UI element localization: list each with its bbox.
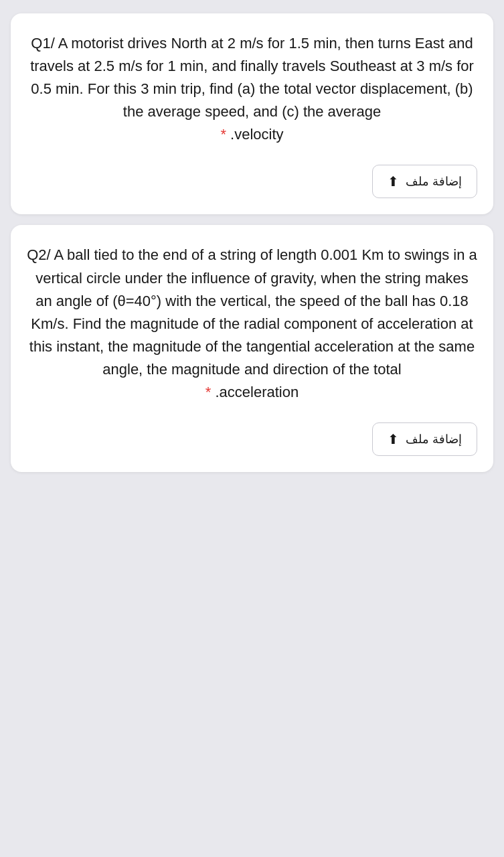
- upload-file-button-q2[interactable]: إضافة ملف ⬆: [372, 422, 477, 456]
- required-star-q1: *: [220, 126, 226, 143]
- required-star-q2: *: [205, 384, 212, 400]
- upload-btn-wrapper-q1: إضافة ملف ⬆: [27, 165, 477, 198]
- upload-icon-q2: ⬆: [388, 431, 399, 447]
- upload-icon-q1: ⬆: [388, 173, 399, 189]
- upload-file-button-q1[interactable]: إضافة ملف ⬆: [372, 165, 477, 198]
- question-card-1: Q1/ A motorist drives North at 2 m/s for…: [11, 13, 493, 214]
- question-1-text: Q1/ A motorist drives North at 2 m/s for…: [27, 32, 477, 146]
- upload-btn-wrapper-q2: إضافة ملف ⬆: [27, 422, 477, 456]
- upload-label-q1: إضافة ملف: [406, 174, 462, 189]
- upload-label-q2: إضافة ملف: [406, 432, 462, 447]
- question-2-text: Q2/ A ball tied to the end of a string o…: [27, 244, 477, 404]
- question-card-2: Q2/ A ball tied to the end of a string o…: [11, 225, 493, 472]
